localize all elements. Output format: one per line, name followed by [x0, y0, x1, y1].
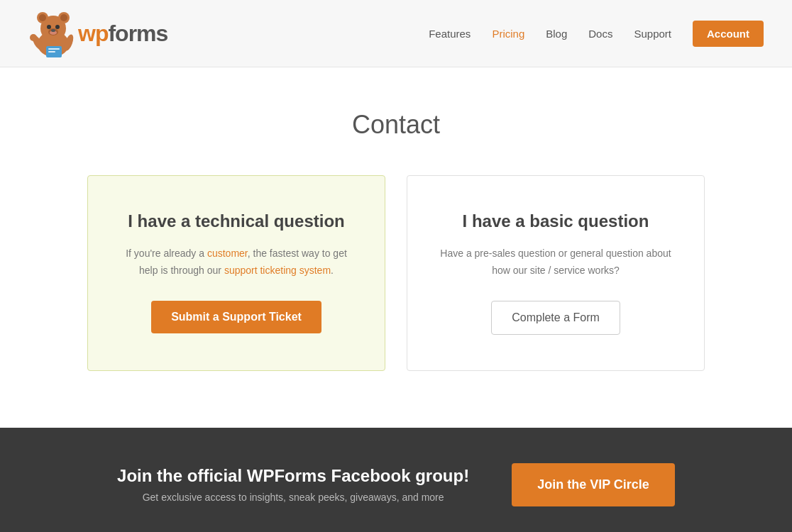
site-header: wpforms Features Pricing Blog Docs Suppo…: [0, 0, 792, 67]
complete-form-button[interactable]: Complete a Form: [491, 301, 620, 335]
svg-point-12: [30, 34, 37, 41]
submit-ticket-button[interactable]: Submit a Support Ticket: [151, 301, 321, 333]
svg-rect-14: [48, 48, 60, 50]
basic-card-description: Have a pre-sales question or general que…: [436, 245, 676, 279]
nav-blog[interactable]: Blog: [546, 28, 567, 40]
main-nav: Features Pricing Blog Docs Support Accou…: [429, 21, 764, 47]
footer-banner: Join the official WPForms Facebook group…: [0, 428, 792, 532]
logo-text: wpforms: [78, 21, 167, 47]
nav-features[interactable]: Features: [429, 28, 471, 40]
svg-point-6: [47, 25, 51, 29]
logo: wpforms: [28, 7, 167, 60]
basic-card: I have a basic question Have a pre-sales…: [407, 175, 705, 371]
svg-rect-15: [48, 51, 55, 52]
nav-docs[interactable]: Docs: [588, 28, 612, 40]
main-content: Contact I have a technical question If y…: [0, 67, 792, 428]
svg-point-5: [60, 14, 67, 21]
footer-banner-subtext: Get exclusive access to insights, sneak …: [117, 492, 469, 503]
nav-pricing[interactable]: Pricing: [492, 28, 524, 40]
technical-card-title: I have a technical question: [116, 211, 356, 231]
bear-mascot-icon: [28, 7, 78, 60]
nav-support[interactable]: Support: [634, 28, 671, 40]
contact-cards: I have a technical question If you're al…: [28, 175, 764, 371]
svg-point-4: [39, 14, 46, 21]
account-button[interactable]: Account: [693, 21, 764, 47]
svg-point-10: [51, 29, 55, 32]
footer-banner-heading: Join the official WPForms Facebook group…: [117, 466, 469, 486]
basic-card-title: I have a basic question: [436, 211, 676, 231]
vip-circle-button[interactable]: Join the VIP Circle: [512, 463, 675, 506]
technical-card-description: If you're already a customer, the fastes…: [116, 245, 356, 279]
svg-point-7: [55, 25, 60, 29]
page-title: Contact: [28, 110, 764, 140]
technical-card: I have a technical question If you're al…: [87, 175, 385, 371]
footer-banner-text: Join the official WPForms Facebook group…: [117, 466, 469, 503]
